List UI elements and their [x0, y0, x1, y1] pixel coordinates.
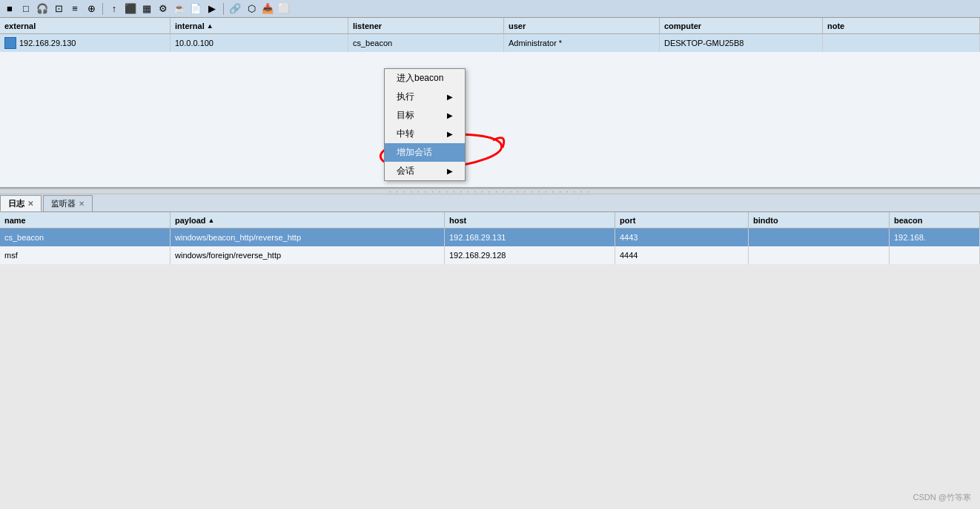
listener-row-1[interactable]: msf windows/foreign/reverse_http 192.168…: [0, 246, 980, 264]
toolbar-icon-grid[interactable]: ▦: [140, 2, 153, 16]
menu-item-relay[interactable]: 中转 ▶: [385, 125, 465, 143]
col-header-external: external: [0, 18, 170, 33]
col-header-computer: computer: [660, 18, 823, 33]
listener-col-payload-1: windows/foreign/reverse_http: [170, 246, 445, 264]
toolbar-icon-box[interactable]: ⬜: [277, 2, 291, 16]
toolbar-separator-2: [223, 3, 224, 15]
toolbar-icon-headphones[interactable]: 🎧: [36, 2, 49, 16]
listener-row-0[interactable]: cs_beacon windows/beacon_http/reverse_ht…: [0, 229, 980, 246]
toolbar-icon-coffee[interactable]: ☕: [173, 2, 186, 16]
session-col-internal: 10.0.0.100: [170, 34, 348, 52]
session-col-external: 192.168.29.130: [0, 34, 170, 52]
toolbar-icon-upload[interactable]: ↑: [107, 2, 121, 16]
tab-log[interactable]: 日志 ✕: [0, 195, 42, 211]
tab-monitor[interactable]: 监听器 ✕: [43, 195, 93, 211]
col-header-note: note: [823, 18, 980, 33]
toolbar-icon-doc[interactable]: 📄: [189, 2, 202, 16]
lcol-header-name: name: [0, 212, 170, 228]
resize-dots: · · · · · · · · · · · · · · · · · · · · …: [389, 188, 591, 196]
menu-arrow-relay: ▶: [447, 130, 453, 138]
listeners-table-header: name payload ▲ host port bindto beacon: [0, 212, 980, 229]
listener-col-beacon-1: [890, 246, 980, 264]
listener-col-port-0: 4443: [615, 229, 749, 246]
toolbar-icon-gear[interactable]: ⚙: [156, 2, 170, 16]
col-header-listener: listener: [348, 18, 504, 33]
menu-item-target[interactable]: 目标 ▶: [385, 106, 465, 125]
listener-col-bindto-1: [749, 246, 890, 264]
menu-item-execute[interactable]: 执行 ▶: [385, 88, 465, 106]
watermark: CSDN @竹等寒: [913, 492, 971, 503]
sessions-panel: external internal ▲ listener user comput…: [0, 18, 980, 188]
listener-col-beacon-0: 192.168.: [890, 229, 980, 246]
session-col-note: [823, 34, 980, 52]
context-menu: 进入beacon 执行 ▶ 目标 ▶ 中转 ▶ 增加会话 会话 ▶: [384, 68, 466, 181]
toolbar-icon-1[interactable]: ■: [3, 2, 16, 16]
sessions-table-header: external internal ▲ listener user comput…: [0, 18, 980, 34]
toolbar-icon-link[interactable]: 🔗: [228, 2, 242, 16]
sort-arrow-internal: ▲: [207, 22, 213, 30]
menu-arrow-execute: ▶: [447, 93, 453, 101]
menu-arrow-session: ▶: [447, 167, 453, 175]
col-header-user: user: [504, 18, 660, 33]
toolbar: ■ □ 🎧 ⊡ ≡ ⊕ ↑ ⬛ ▦ ⚙ ☕ 📄 ▶ 🔗 ⬡ 📥 ⬜: [0, 0, 980, 18]
session-row[interactable]: 192.168.29.130 10.0.0.100 cs_beacon Admi…: [0, 34, 980, 52]
toolbar-icon-target[interactable]: ⊕: [85, 2, 98, 16]
session-col-user: Administrator *: [504, 34, 660, 52]
sort-arrow-payload: ▲: [208, 217, 215, 224]
listener-col-host-1: 192.168.29.128: [445, 246, 615, 264]
tab-log-close[interactable]: ✕: [27, 200, 33, 208]
session-col-listener: cs_beacon: [348, 34, 504, 52]
lcol-header-beacon: beacon: [890, 212, 980, 228]
menu-item-add-session[interactable]: 增加会话: [385, 143, 465, 162]
session-col-computer: DESKTOP-GMU25B8: [660, 34, 823, 52]
listener-col-payload-0: windows/beacon_http/reverse_http: [170, 229, 445, 246]
lcol-header-port: port: [615, 212, 749, 228]
toolbar-icon-play[interactable]: ▶: [205, 2, 219, 16]
listener-col-port-1: 4444: [615, 246, 749, 264]
menu-item-enter-beacon[interactable]: 进入beacon: [385, 69, 465, 88]
listener-col-name-0: cs_beacon: [0, 229, 170, 246]
col-header-internal[interactable]: internal ▲: [170, 18, 348, 33]
listeners-panel: 日志 ✕ 监听器 ✕ name payload ▲ host port bind…: [0, 194, 980, 264]
toolbar-icon-5[interactable]: ≡: [68, 2, 82, 16]
listener-col-host-0: 192.168.29.131: [445, 229, 615, 246]
toolbar-icon-hex[interactable]: ⬡: [245, 2, 258, 16]
menu-item-session[interactable]: 会话 ▶: [385, 162, 465, 180]
resize-handle[interactable]: · · · · · · · · · · · · · · · · · · · · …: [0, 188, 980, 194]
toolbar-icon-4[interactable]: ⊡: [52, 2, 65, 16]
toolbar-icon-2[interactable]: □: [19, 2, 33, 16]
toolbar-icon-8[interactable]: ⬛: [124, 2, 137, 16]
menu-arrow-target: ▶: [447, 111, 453, 119]
tab-bar: 日志 ✕ 监听器 ✕: [0, 194, 980, 212]
tab-monitor-close[interactable]: ✕: [79, 200, 85, 208]
session-icon: [4, 37, 16, 49]
lcol-header-host: host: [445, 212, 615, 228]
toolbar-icon-download[interactable]: 📥: [261, 2, 274, 16]
listener-col-bindto-0: [749, 229, 890, 246]
toolbar-separator-1: [102, 3, 103, 15]
lcol-header-bindto: bindto: [749, 212, 890, 228]
lcol-header-payload[interactable]: payload ▲: [170, 212, 445, 228]
listener-col-name-1: msf: [0, 246, 170, 264]
